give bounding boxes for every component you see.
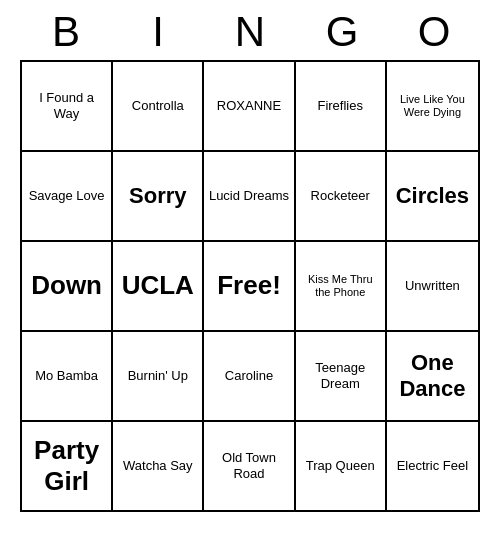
bingo-row: Mo BambaBurnin' UpCarolineTeenage DreamO…: [22, 332, 478, 422]
cell-r2-c1: UCLA: [113, 242, 204, 330]
cell-r1-c0: Savage Love: [22, 152, 113, 240]
bingo-row: DownUCLAFree!Kiss Me Thru the PhoneUnwri…: [22, 242, 478, 332]
letter-n: N: [208, 8, 292, 56]
cell-r1-c2: Lucid Dreams: [204, 152, 295, 240]
cell-r0-c1: Controlla: [113, 62, 204, 150]
bingo-header: B I N G O: [20, 0, 480, 60]
cell-r0-c3: Fireflies: [296, 62, 387, 150]
cell-r0-c2: ROXANNE: [204, 62, 295, 150]
cell-r3-c0: Mo Bamba: [22, 332, 113, 420]
cell-r1-c4: Circles: [387, 152, 478, 240]
letter-b: B: [24, 8, 108, 56]
cell-r2-c2: Free!: [204, 242, 295, 330]
cell-r4-c2: Old Town Road: [204, 422, 295, 510]
cell-r3-c2: Caroline: [204, 332, 295, 420]
letter-i: I: [116, 8, 200, 56]
bingo-row: Savage LoveSorryLucid DreamsRocketeerCir…: [22, 152, 478, 242]
cell-r3-c4: One Dance: [387, 332, 478, 420]
cell-r0-c4: Live Like You Were Dying: [387, 62, 478, 150]
cell-r1-c1: Sorry: [113, 152, 204, 240]
cell-r4-c3: Trap Queen: [296, 422, 387, 510]
letter-o: O: [392, 8, 476, 56]
cell-r2-c4: Unwritten: [387, 242, 478, 330]
bingo-row: I Found a WayControllaROXANNEFirefliesLi…: [22, 62, 478, 152]
cell-r4-c1: Watcha Say: [113, 422, 204, 510]
cell-r2-c3: Kiss Me Thru the Phone: [296, 242, 387, 330]
cell-r0-c0: I Found a Way: [22, 62, 113, 150]
cell-r3-c1: Burnin' Up: [113, 332, 204, 420]
cell-r2-c0: Down: [22, 242, 113, 330]
bingo-grid: I Found a WayControllaROXANNEFirefliesLi…: [20, 60, 480, 512]
cell-r4-c0: Party Girl: [22, 422, 113, 510]
bingo-row: Party GirlWatcha SayOld Town RoadTrap Qu…: [22, 422, 478, 510]
cell-r4-c4: Electric Feel: [387, 422, 478, 510]
cell-r1-c3: Rocketeer: [296, 152, 387, 240]
cell-r3-c3: Teenage Dream: [296, 332, 387, 420]
letter-g: G: [300, 8, 384, 56]
